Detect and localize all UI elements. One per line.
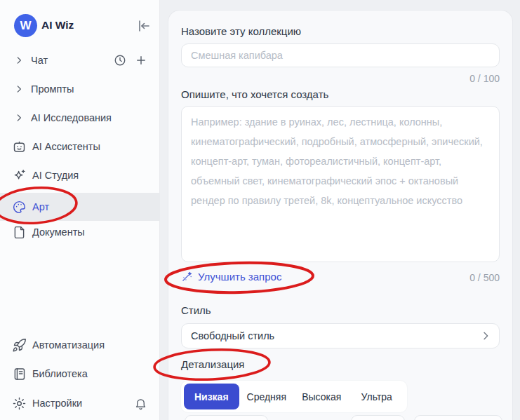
- app-logo-icon: W: [14, 14, 37, 37]
- logo-row: W AI Wiz: [0, 14, 159, 38]
- sidebar-item-ai-assistants[interactable]: AI Ассистенты: [0, 137, 160, 156]
- sidebar-item-label: Арт: [32, 201, 49, 212]
- sidebar-item-ai-research[interactable]: AI Исследования: [0, 108, 160, 128]
- collection-name-counter: 0 / 100: [469, 73, 500, 84]
- art-generation-form: Назовите эту коллекцию 0 / 100 Опишите, …: [168, 11, 512, 420]
- sidebar-item-label: Настройки: [32, 398, 82, 409]
- sidebar-item-label: Чат: [31, 55, 48, 66]
- chevron-right-icon: [14, 84, 24, 94]
- style-select[interactable]: Свободный стиль: [181, 323, 500, 348]
- description-counter: 0 / 500: [469, 272, 500, 283]
- chevron-right-icon: [14, 55, 24, 65]
- sidebar-item-chat[interactable]: Чат: [0, 50, 160, 70]
- sidebar-item-label: Автоматизация: [32, 339, 105, 351]
- sidebar-item-label: Документы: [32, 226, 85, 238]
- magic-wand-icon: [181, 271, 193, 283]
- sidebar-item-label: AI Исследования: [31, 112, 112, 123]
- collection-name-input[interactable]: [181, 43, 500, 67]
- improve-prompt-button[interactable]: Улучшить запрос: [181, 271, 281, 283]
- history-clock-icon[interactable]: [114, 54, 126, 67]
- app-window: { "app": { "title": "AI Wiz" }, "sidebar…: [0, 0, 520, 420]
- sidebar-item-art[interactable]: Арт: [0, 193, 160, 221]
- book-icon: [12, 367, 27, 381]
- description-textarea[interactable]: [181, 106, 500, 262]
- improve-prompt-label: Улучшить запрос: [198, 271, 281, 283]
- main-area: Назовите эту коллекцию 0 / 100 Опишите, …: [160, 0, 520, 420]
- sidebar-item-prompts[interactable]: Промпты: [0, 79, 160, 99]
- style-selected-value: Свободный стиль: [191, 330, 274, 341]
- sidebar-item-automation[interactable]: Автоматизация: [0, 335, 160, 355]
- sidebar-item-library[interactable]: Библиотека: [0, 364, 160, 384]
- sidebar-item-label: AI Ассистенты: [32, 141, 100, 152]
- sidebar-item-label: Промпты: [31, 83, 74, 95]
- cutoff-option-box[interactable]: [185, 415, 268, 420]
- rocket-icon: [12, 338, 27, 353]
- sparkles-icon: [12, 168, 27, 183]
- tab-detail-low[interactable]: Низкая: [184, 384, 239, 409]
- gear-icon: [12, 396, 27, 411]
- tab-detail-ultra[interactable]: Ультра: [349, 384, 405, 409]
- description-label: Опишите, что хочется создать: [181, 88, 328, 100]
- detail-level-tabs: Низкая Средняя Высокая Ультра: [181, 381, 407, 412]
- detail-level-label: Детализация: [181, 358, 245, 370]
- sidebar-item-ai-studio[interactable]: AI Студия: [0, 165, 160, 185]
- collection-name-label: Назовите эту коллекцию: [181, 25, 301, 37]
- cutoff-option-box[interactable]: [414, 415, 502, 420]
- sidebar: W AI Wiz Чат Промпты AI Исследования: [0, 0, 160, 420]
- document-icon: [12, 225, 27, 240]
- palette-icon: [12, 200, 27, 215]
- chevron-right-icon: [14, 113, 24, 123]
- tab-detail-medium[interactable]: Средняя: [239, 384, 295, 409]
- cutoff-option-box[interactable]: [351, 415, 405, 420]
- bell-icon[interactable]: [134, 397, 147, 410]
- style-label: Стиль: [181, 304, 211, 316]
- tab-detail-high[interactable]: Высокая: [294, 384, 349, 409]
- new-chat-plus-icon[interactable]: [135, 54, 147, 67]
- robot-icon: [12, 140, 27, 154]
- sidebar-item-label: AI Студия: [32, 170, 79, 181]
- chevron-right-icon: [480, 330, 491, 341]
- sidebar-item-documents[interactable]: Документы: [0, 222, 160, 242]
- app-title: AI Wiz: [41, 19, 74, 32]
- collapse-sidebar-icon[interactable]: [135, 18, 152, 34]
- sidebar-item-settings[interactable]: Настройки: [0, 393, 160, 413]
- sidebar-item-label: Библиотека: [32, 368, 88, 379]
